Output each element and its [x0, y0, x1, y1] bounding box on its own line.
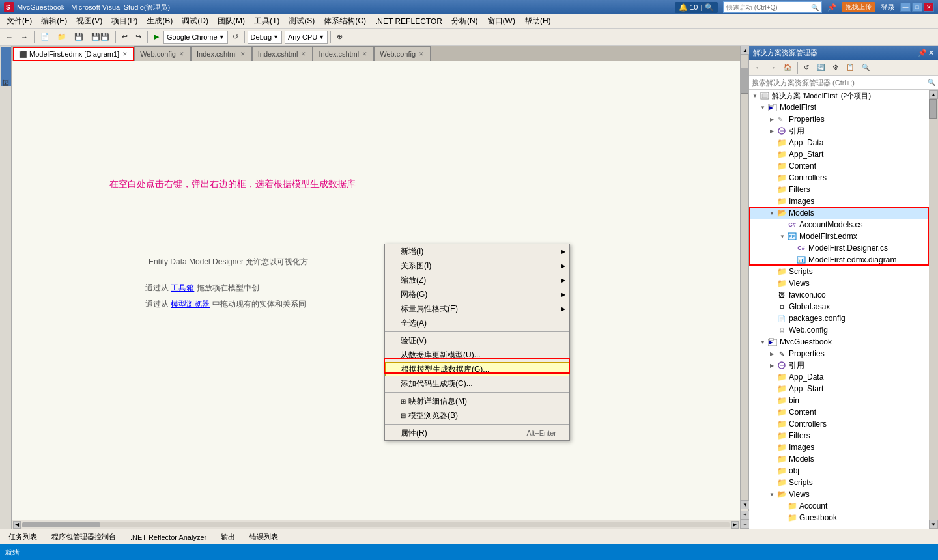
tree-content-1[interactable]: 📁 Content — [749, 160, 929, 172]
tree-content-2[interactable]: 📁 Content — [749, 406, 929, 418]
tree-bin[interactable]: 📁 bin — [749, 395, 929, 406]
panel-btn-7[interactable]: 📋 — [843, 61, 857, 75]
ctx-properties[interactable]: 属性(R) Alt+Enter — [385, 426, 569, 440]
tree-scripts-1[interactable]: 📁 Scripts — [749, 266, 929, 277]
tree-controllers-1[interactable]: 📁 Controllers — [749, 172, 929, 184]
ctx-select-all[interactable]: 全选(A) — [385, 316, 569, 330]
tree-packages-config[interactable]: 📄 packages.config — [749, 313, 929, 324]
ctx-scalar[interactable]: 标量属性格式(E) ▶ — [385, 301, 569, 316]
panel-scrollbar[interactable]: ▲ ▼ — [929, 90, 938, 529]
tree-accountmodels[interactable]: C# AccountModels.cs — [749, 219, 929, 231]
tree-properties-2[interactable]: ✎ Properties — [749, 348, 929, 359]
tree-expand-props-1[interactable] — [767, 115, 776, 124]
tree-project-mvcguestbook[interactable]: ▶ MvcGuestbook — [749, 336, 929, 348]
tree-project-modelfirst[interactable]: ▶ ModelFirst — [749, 102, 929, 113]
tab-index-2[interactable]: Index.cshtml ✕ — [252, 46, 313, 61]
panel-scroll-up[interactable]: ▲ — [929, 90, 938, 99]
tab-close-6[interactable]: ✕ — [418, 51, 425, 57]
tab-close-4[interactable]: ✕ — [300, 51, 307, 57]
tree-appdata-2[interactable]: 📁 App_Data — [749, 371, 929, 383]
toolbar-save-all[interactable]: 💾💾 — [88, 30, 113, 44]
close-btn[interactable]: ✕ — [924, 3, 934, 12]
platform-dropdown[interactable]: Any CPU ▼ — [285, 31, 328, 44]
tree-expand-solution[interactable] — [750, 91, 760, 100]
tree-account[interactable]: 📁 Account — [749, 500, 929, 512]
ctx-zoom[interactable]: 缩放(Z) ▶ — [385, 273, 569, 287]
panel-btn-6[interactable]: ⚙ — [829, 61, 842, 75]
panel-btn-2[interactable]: → — [766, 61, 779, 75]
desc2-link[interactable]: 工具箱 — [171, 283, 194, 292]
tree-edmx-diagram[interactable]: 📊 ModelFirst.edmx.diagram — [749, 254, 929, 266]
tab-task-list[interactable]: 任务列表 — [3, 531, 43, 544]
tree-designer-cs[interactable]: C# ModelFirst.Designer.cs — [749, 242, 929, 254]
v-scroll-track[interactable] — [741, 55, 748, 500]
tree-appdata-1[interactable]: 📁 App_Data — [749, 137, 929, 148]
h-scroll-track[interactable] — [22, 522, 730, 527]
tree-images-2[interactable]: 📁 Images — [749, 441, 929, 453]
panel-pin-btn[interactable]: 📌 — [918, 49, 927, 57]
tree-appstart-1[interactable]: 📁 App_Start — [749, 148, 929, 160]
ctx-add-codegen[interactable]: 添加代码生成项(C)... — [385, 376, 569, 391]
panel-scroll-thumb[interactable] — [929, 99, 937, 119]
tree-filters-2[interactable]: 📁 Filters — [749, 430, 929, 441]
tree-solution-root[interactable]: 解决方案 'ModelFirst' (2个项目) — [749, 90, 929, 102]
v-scroll-thumb[interactable] — [741, 68, 748, 94]
tree-expand-mvcguestbook[interactable] — [758, 337, 767, 346]
menu-tools[interactable]: 工具(T) — [250, 14, 283, 28]
ctx-validate[interactable]: 验证(V) — [385, 333, 569, 348]
tab-error-list[interactable]: 错误列表 — [244, 531, 284, 544]
icon-search[interactable]: 🔍 — [705, 3, 714, 12]
config-dropdown[interactable]: Debug ▼ — [248, 31, 282, 44]
tree-scripts-2[interactable]: 📁 Scripts — [749, 477, 929, 488]
scroll-right-btn[interactable]: ▶ — [731, 521, 739, 529]
tree-expand-ref-1[interactable] — [767, 126, 776, 135]
tree-expand-props-2[interactable] — [767, 349, 776, 358]
ctx-generate-db[interactable]: 根据模型生成数据库(G)... — [385, 362, 569, 376]
tree-modelfirst-edmx[interactable]: EF ModelFirst.edmx — [749, 231, 929, 242]
menu-architecture[interactable]: 体系结构(C) — [320, 14, 370, 28]
tree-ref-2[interactable]: 引用 — [749, 359, 929, 371]
toolbar-save[interactable]: 💾 — [71, 30, 87, 44]
tree-appstart-2[interactable]: 📁 App_Start — [749, 383, 929, 395]
panel-search-input[interactable] — [752, 79, 928, 87]
tab-index-1[interactable]: Index.cshtml ✕ — [191, 46, 252, 61]
tree-images-1[interactable]: 📁 Images — [749, 195, 929, 207]
panel-btn-3[interactable]: 🏠 — [780, 61, 795, 75]
ctx-new[interactable]: 新增(I) ▶ — [385, 244, 569, 259]
desc3-link[interactable]: 模型浏览器 — [171, 300, 210, 309]
tab-webconfig-2[interactable]: Web.config ✕ — [374, 46, 431, 61]
tab-close-btn[interactable]: ✕ — [122, 51, 128, 57]
panel-scroll-down[interactable]: ▼ — [929, 520, 938, 529]
tree-guestbook[interactable]: 📁 Guestbook — [749, 512, 929, 524]
menu-file[interactable]: 文件(F) — [3, 14, 36, 28]
h-scrollbar[interactable]: ◀ ▶ — [12, 520, 740, 529]
tab-close-2[interactable]: ✕ — [178, 51, 185, 57]
tree-views-1[interactable]: 📁 Views — [749, 277, 929, 289]
toolbar-extra[interactable]: ⊕ — [334, 30, 346, 44]
panel-btn-4[interactable]: ↺ — [801, 61, 812, 75]
panel-btn-5[interactable]: 🔄 — [814, 61, 828, 75]
tree-expand-modelfirst[interactable] — [758, 103, 767, 112]
scroll-left-btn[interactable]: ◀ — [13, 521, 21, 529]
zoom-in-btn[interactable]: + — [741, 511, 750, 520]
quick-launch-input[interactable] — [726, 4, 811, 11]
act2[interactable]: 团 — [1, 90, 10, 92]
panel-btn-8[interactable]: 🔍 — [859, 61, 873, 75]
tree-filters-1[interactable]: 📁 Filters — [749, 184, 929, 195]
zoom-out-btn[interactable]: − — [741, 520, 750, 529]
tab-index-3[interactable]: Index.cshtml ✕ — [313, 46, 374, 61]
tab-modelfirst-edmx[interactable]: ⬛ ModelFirst.edmx [Diagram1] ✕ — [13, 47, 134, 61]
v-scrollbar[interactable]: ▲ ▼ + − — [740, 46, 749, 529]
toolbar-open[interactable]: 📁 — [54, 30, 70, 44]
toolbar-forward[interactable]: → — [18, 30, 31, 44]
tab-reflector-analyzer[interactable]: .NET Reflector Analyzer — [124, 531, 212, 544]
minimize-btn[interactable]: — — [900, 3, 911, 12]
tree-expand-ref-2[interactable] — [767, 361, 776, 370]
toolbar-refresh[interactable]: ↺ — [229, 30, 242, 44]
menu-project[interactable]: 项目(P) — [107, 14, 141, 28]
login-btn[interactable]: 登录 — [881, 3, 895, 12]
tab-close-3[interactable]: ✕ — [240, 51, 246, 57]
toolbar-back[interactable]: ← — [3, 30, 16, 44]
tree-obj[interactable]: 📁 obj — [749, 465, 929, 477]
quick-launch-box[interactable]: 🔍 — [723, 1, 822, 13]
